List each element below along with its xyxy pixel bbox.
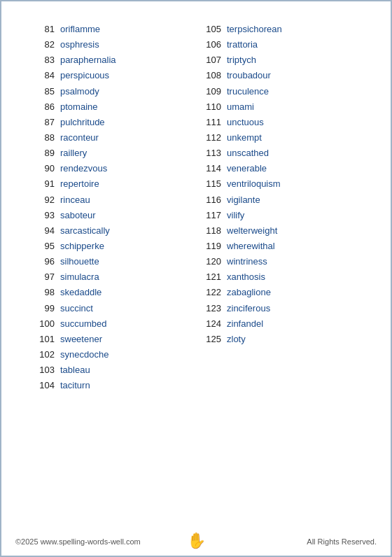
list-item: 88raconteur xyxy=(29,131,196,145)
list-item: 110umami xyxy=(196,100,363,114)
footer: ©2025 www.spelling-words-well.com ✋ All … xyxy=(1,530,391,556)
word-number: 124 xyxy=(196,317,221,331)
word-label: repertoire xyxy=(60,177,99,191)
word-number: 118 xyxy=(196,224,221,238)
word-number: 125 xyxy=(196,332,221,346)
word-number: 94 xyxy=(29,224,55,238)
word-label: silhouette xyxy=(60,255,99,269)
list-item: 111unctuous xyxy=(196,115,363,129)
word-label: synecdoche xyxy=(60,348,108,362)
list-item: 121xanthosis xyxy=(196,270,363,284)
word-label: unscathed xyxy=(227,146,269,160)
word-number: 115 xyxy=(196,177,221,191)
word-number: 114 xyxy=(196,162,221,176)
word-label: welterweight xyxy=(227,224,277,238)
word-number: 81 xyxy=(29,22,55,36)
word-label: vigilante xyxy=(227,193,260,207)
word-label: terpsichorean xyxy=(227,22,282,36)
word-number: 117 xyxy=(196,209,221,223)
word-number: 100 xyxy=(29,317,55,331)
word-number: 111 xyxy=(196,115,221,129)
word-label: psalmody xyxy=(60,85,99,99)
word-label: raconteur xyxy=(60,131,99,145)
word-number: 121 xyxy=(196,270,221,284)
word-label: sweetener xyxy=(60,332,102,346)
word-label: schipperke xyxy=(60,239,104,253)
word-number: 101 xyxy=(29,332,55,346)
word-number: 99 xyxy=(29,302,55,316)
word-number: 88 xyxy=(29,131,55,145)
word-number: 90 xyxy=(29,162,55,176)
list-item: 114venerable xyxy=(196,162,363,176)
word-number: 109 xyxy=(196,85,221,99)
word-number: 104 xyxy=(29,379,55,393)
list-item: 93saboteur xyxy=(29,209,196,223)
word-number: 106 xyxy=(196,38,221,52)
word-number: 97 xyxy=(29,270,55,284)
word-number: 95 xyxy=(29,239,55,253)
word-number: 87 xyxy=(29,115,55,129)
list-item: 102synecdoche xyxy=(29,348,196,362)
list-item: 87pulchritude xyxy=(29,115,196,129)
list-item: 108troubadour xyxy=(196,69,363,83)
word-label: unkempt xyxy=(227,131,262,145)
list-item: 122zabaglione xyxy=(196,285,363,299)
word-label: trattoria xyxy=(227,38,258,52)
list-item: 112unkempt xyxy=(196,131,363,145)
list-item: 99succinct xyxy=(29,302,196,316)
rights-text: All Rights Reserved. xyxy=(307,537,377,546)
word-label: taciturn xyxy=(60,379,90,393)
logo-icon: ✋ xyxy=(187,532,206,550)
word-label: ventriloquism xyxy=(227,177,281,191)
word-number: 112 xyxy=(196,131,221,145)
list-item: 104taciturn xyxy=(29,379,196,393)
list-item: 92rinceau xyxy=(29,193,196,207)
word-label: perspicuous xyxy=(60,69,109,83)
list-item: 81oriflamme xyxy=(29,22,196,36)
word-label: truculence xyxy=(227,85,269,99)
word-number: 120 xyxy=(196,255,221,269)
word-number: 105 xyxy=(196,22,221,36)
list-item: 98skedaddle xyxy=(29,285,196,299)
list-item: 124zinfandel xyxy=(196,317,363,331)
list-item: 120wintriness xyxy=(196,255,363,269)
word-label: wherewithal xyxy=(227,239,275,253)
list-item: 100succumbed xyxy=(29,317,196,331)
word-label: oriflamme xyxy=(60,22,100,36)
word-label: rinceau xyxy=(60,193,90,207)
word-number: 102 xyxy=(29,348,55,362)
word-label: zinciferous xyxy=(227,302,270,316)
page-content: 81oriflamme82osphresis83paraphernalia84p… xyxy=(1,1,391,530)
word-label: simulacra xyxy=(60,270,99,284)
word-label: zloty xyxy=(227,332,246,346)
word-label: umami xyxy=(227,100,254,114)
word-number: 103 xyxy=(29,363,55,377)
word-label: triptych xyxy=(227,53,256,67)
word-number: 84 xyxy=(29,69,55,83)
word-label: venerable xyxy=(227,162,267,176)
copyright-text: ©2025 www.spelling-words-well.com xyxy=(15,537,141,546)
list-item: 109truculence xyxy=(196,85,363,99)
word-label: pulchritude xyxy=(60,115,105,129)
word-number: 92 xyxy=(29,193,55,207)
list-item: 101sweetener xyxy=(29,332,196,346)
word-number: 113 xyxy=(196,146,221,160)
list-item: 117vilify xyxy=(196,209,363,223)
word-label: paraphernalia xyxy=(60,53,116,67)
right-column: 105terpsichorean106trattoria107triptych1… xyxy=(196,22,363,516)
word-number: 85 xyxy=(29,85,55,99)
word-label: skedaddle xyxy=(60,285,102,299)
word-number: 96 xyxy=(29,255,55,269)
word-number: 91 xyxy=(29,177,55,191)
list-item: 83paraphernalia xyxy=(29,53,196,67)
word-label: osphresis xyxy=(60,38,99,52)
word-number: 108 xyxy=(196,69,221,83)
word-number: 98 xyxy=(29,285,55,299)
list-item: 106trattoria xyxy=(196,38,363,52)
word-number: 93 xyxy=(29,209,55,223)
word-number: 110 xyxy=(196,100,221,114)
list-item: 103tableau xyxy=(29,363,196,377)
word-label: raillery xyxy=(60,146,87,160)
word-label: troubadour xyxy=(227,69,271,83)
list-item: 97simulacra xyxy=(29,270,196,284)
